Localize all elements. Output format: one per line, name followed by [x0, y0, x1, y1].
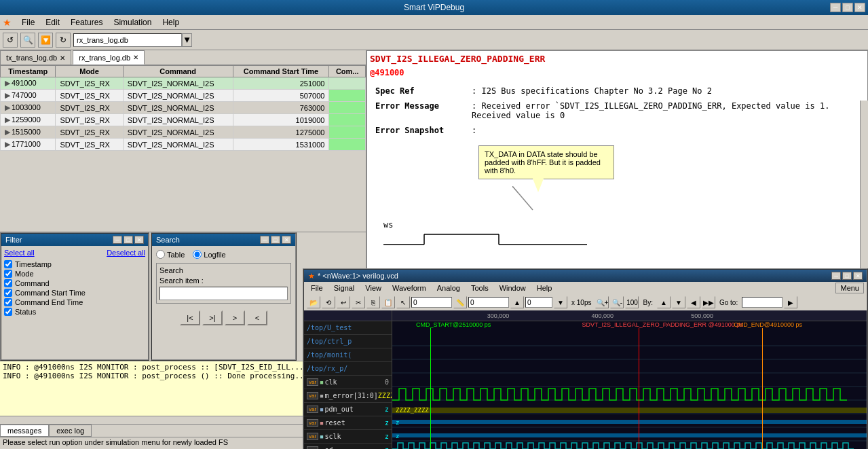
col-start-time[interactable]: Command Start Time — [233, 66, 329, 77]
signal-row-2[interactable]: /top/monit( — [304, 348, 392, 362]
filter-maximize[interactable]: □ — [124, 236, 133, 244]
filter-minimize[interactable]: ─ — [113, 236, 122, 244]
filter-checkbox[interactable] — [4, 270, 12, 278]
db-selector[interactable]: ▼ — [73, 33, 192, 47]
menu-edit[interactable]: Edit — [40, 16, 65, 29]
col-com[interactable]: Com... — [329, 66, 366, 77]
maximize-button[interactable]: □ — [842, 3, 853, 12]
title-bar-controls[interactable]: ─ □ ✕ — [830, 3, 865, 12]
tab-rx[interactable]: rx_trans_log.db ✕ — [73, 50, 145, 65]
filter-checkbox[interactable] — [4, 260, 12, 268]
nwave-by-down[interactable]: ▼ — [672, 296, 685, 308]
nwave-menu-waveform[interactable]: Waveform — [388, 283, 430, 293]
row-expand[interactable]: ▶ — [5, 91, 10, 99]
menu-file[interactable]: File — [16, 16, 40, 29]
nwave-menu-analog[interactable]: Analog — [433, 283, 464, 293]
row-expand[interactable]: ▶ — [5, 128, 10, 136]
row-expand[interactable]: ▶ — [5, 103, 10, 111]
filter-checkbox[interactable] — [4, 289, 12, 297]
close-button[interactable]: ✕ — [854, 3, 865, 12]
search-close[interactable]: ✕ — [282, 236, 291, 244]
log-tab-messages[interactable]: messages — [0, 425, 49, 437]
signal-row-pdm[interactable]: var ■ pdm_out z — [304, 403, 392, 416]
nav-next[interactable]: > — [225, 310, 245, 325]
tab-tx-close[interactable]: ✕ — [60, 54, 65, 62]
minimize-button[interactable]: ─ — [830, 3, 841, 12]
nwave-up[interactable]: ▲ — [510, 296, 524, 308]
nwave-paste[interactable]: 📋 — [381, 296, 395, 308]
nwave-maximize[interactable]: □ — [842, 272, 852, 280]
nwave-prev-marker[interactable]: ◀ — [687, 296, 700, 308]
filter-checkbox[interactable] — [4, 308, 12, 316]
search-minimize[interactable]: ─ — [260, 236, 269, 244]
nwave-cut[interactable]: ✂ — [352, 296, 365, 308]
search-input[interactable] — [159, 287, 288, 300]
filter-close[interactable]: ✕ — [134, 236, 144, 244]
menu-features[interactable]: Features — [65, 16, 108, 29]
nwave-undo[interactable]: ↩ — [337, 296, 350, 308]
nwave-zoom-in[interactable]: 🔍+ — [595, 296, 609, 308]
signal-row-clk[interactable]: var ■ clk 0 — [304, 376, 392, 389]
nwave-down[interactable]: ▼ — [554, 296, 567, 308]
nwave-menu-help[interactable]: Help — [533, 283, 556, 293]
menu-simulation[interactable]: Simulation — [108, 16, 157, 29]
nwave-value1[interactable] — [411, 297, 452, 308]
db-dropdown-button[interactable]: ▼ — [182, 33, 192, 47]
refresh-button[interactable]: ↺ — [3, 33, 18, 48]
signal-row-sclk[interactable]: var ■ sclk z — [304, 430, 392, 444]
radio-logfile[interactable]: Logfile — [193, 250, 225, 259]
signal-row-1[interactable]: /top/ctrl_p — [304, 335, 392, 348]
nwave-open[interactable]: 📂 — [307, 296, 320, 308]
signal-row-0[interactable]: /top/U_test — [304, 321, 392, 335]
row-expand[interactable]: ▶ — [5, 115, 10, 124]
filter-controls[interactable]: ─ □ ✕ — [113, 236, 144, 244]
nav-last[interactable]: >| — [202, 310, 223, 325]
filter-button[interactable]: 🔽 — [38, 33, 53, 48]
row-expand[interactable]: ▶ — [5, 140, 10, 148]
nwave-menu-tools[interactable]: Tools — [467, 283, 493, 293]
db-input[interactable] — [73, 33, 182, 47]
table-row[interactable]: ▶1771000 SDVT_I2S_RX SDVT_I2S_NORMAL_I2S… — [1, 139, 366, 151]
filter-checkbox[interactable] — [4, 298, 12, 306]
col-command[interactable]: Command — [123, 66, 233, 77]
nwave-menu-signal[interactable]: Signal — [330, 283, 359, 293]
signal-row-error[interactable]: var ■ m_error[31:0] ZZZZ_ZZZZ — [304, 389, 392, 403]
nwave-minimize[interactable]: ─ — [831, 272, 841, 280]
nwave-value2[interactable] — [468, 297, 509, 308]
nwave-reload[interactable]: ⟲ — [322, 296, 335, 308]
nwave-menu-button[interactable]: Menu — [835, 283, 864, 293]
tab-tx[interactable]: tx_trans_log.db ✕ — [0, 50, 71, 65]
reload-button[interactable]: ↻ — [56, 33, 71, 48]
radio-table[interactable]: Table — [156, 250, 185, 259]
nwave-by-up[interactable]: ▲ — [657, 296, 671, 308]
search-maximize[interactable]: □ — [271, 236, 280, 244]
nwave-zoom-out[interactable]: 🔍- — [610, 296, 624, 308]
nwave-menu-right[interactable]: Menu — [835, 283, 864, 293]
filter-checkbox[interactable] — [4, 279, 12, 287]
table-row[interactable]: ▶1515000 SDVT_I2S_RX SDVT_I2S_NORMAL_I2S… — [1, 126, 366, 139]
nwave-menu-window[interactable]: Window — [495, 283, 530, 293]
table-row[interactable]: ▶491000 SDVT_I2S_RX SDVT_I2S_NORMAL_I2S … — [1, 77, 366, 90]
nwave-controls[interactable]: ─ □ ✕ — [831, 272, 863, 280]
signal-row-3[interactable]: /top/rx_p/ — [304, 362, 392, 376]
table-row[interactable]: ▶1259000 SDVT_I2S_RX SDVT_I2S_NORMAL_I2S… — [1, 114, 366, 126]
nwave-menu-view[interactable]: View — [361, 283, 385, 293]
nwave-goto-btn[interactable]: ▶ — [784, 296, 797, 308]
nwave-cursor[interactable]: ↖ — [396, 296, 410, 308]
nwave-copy[interactable]: ⎘ — [366, 296, 380, 308]
nwave-zoom-fit[interactable]: 100 — [625, 296, 639, 308]
nwave-measure[interactable]: 📏 — [453, 296, 467, 308]
nwave-goto-input[interactable] — [742, 297, 782, 308]
nwave-close[interactable]: ✕ — [853, 272, 863, 280]
nwave-menu-file[interactable]: File — [307, 283, 327, 293]
signal-row-reset[interactable]: var ■ reset z — [304, 416, 392, 430]
select-all-link[interactable]: Select all — [4, 249, 35, 257]
table-row[interactable]: ▶1003000 SDVT_I2S_RX SDVT_I2S_NORMAL_I2S… — [1, 102, 366, 114]
nwave-next-marker[interactable]: ▶▶ — [702, 296, 715, 308]
log-tab-execlog[interactable]: exec log — [49, 425, 92, 437]
row-expand[interactable]: ▶ — [5, 79, 10, 87]
signal-row-sd[interactable]: var ■ sd z — [304, 444, 392, 449]
search-controls[interactable]: ─ □ ✕ — [260, 236, 291, 244]
col-timestamp[interactable]: Timestamp — [1, 66, 56, 77]
nav-prev[interactable]: < — [247, 310, 267, 325]
